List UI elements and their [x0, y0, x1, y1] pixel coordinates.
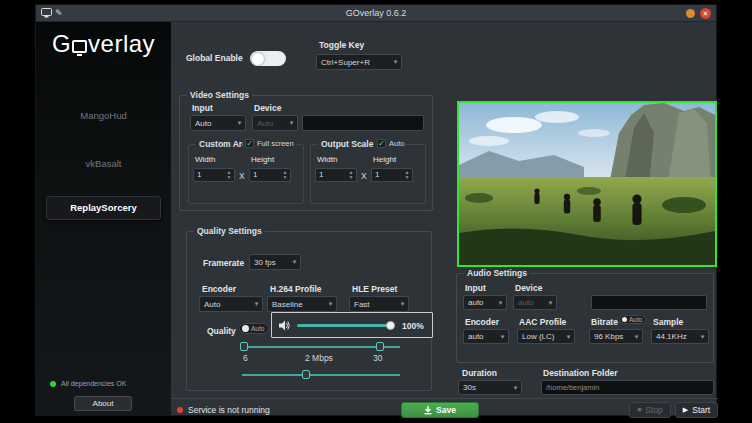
h264-profile-label: H.264 Profile [270, 284, 322, 294]
spinner-arrows: ▲▼ [402, 169, 412, 181]
video-input-select[interactable]: Auto ▾ [190, 115, 246, 131]
quality-auto-label: Auto [251, 325, 264, 332]
bitrate-slider[interactable] [242, 374, 400, 376]
save-button[interactable]: Save [401, 402, 479, 418]
audio-device-field[interactable] [591, 295, 707, 310]
check-icon: ✓ [245, 139, 254, 148]
sidebar-item-mangohud[interactable]: MangoHud [46, 105, 161, 127]
global-enable-toggle[interactable] [250, 51, 286, 66]
aac-profile-value: Low (LC) [518, 332, 563, 341]
section-quality-settings: Quality Settings Framerate 30 fps ▾ Enco… [186, 231, 432, 391]
spin-down-icon[interactable]: ▼ [227, 175, 232, 180]
destination-folder-field[interactable]: /home/benjamin [541, 380, 714, 395]
audio-bitrate-select[interactable]: 96 Kbps ▾ [589, 329, 643, 344]
spinner-arrows: ▲▼ [280, 169, 290, 181]
fullscreen-checkbox[interactable]: ✓ Full screen [243, 139, 296, 148]
audio-device-label: Device [515, 283, 542, 293]
close-button[interactable]: ✕ [700, 8, 711, 19]
dependencies-label: All dependencies OK [61, 380, 126, 387]
os-height-spinner[interactable]: 1 ▲▼ [371, 168, 413, 182]
aac-profile-label: AAC Profile [519, 317, 566, 327]
video-device-field[interactable] [302, 115, 424, 131]
titlebar-buttons: ✕ [686, 8, 711, 19]
os-width-label: Width [317, 155, 337, 164]
sample-label: Sample [653, 317, 683, 327]
about-button[interactable]: About [74, 396, 132, 411]
spin-down-icon[interactable]: ▼ [405, 175, 410, 180]
service-status: Service is not running [177, 405, 270, 415]
titlebar-icons: ✎ [41, 7, 63, 19]
quality-settings-title: Quality Settings [194, 226, 265, 236]
quality-label: Quality [207, 326, 236, 336]
volume-value: 100% [402, 321, 424, 331]
hle-preset-select[interactable]: Fast ▾ [349, 296, 409, 312]
chevron-down-icon: ▾ [495, 299, 506, 307]
volume-slider-knob[interactable] [386, 321, 395, 330]
app-icon [41, 8, 52, 18]
toggle-dot [622, 317, 627, 322]
output-scale-auto-checkbox[interactable]: ✓ Auto [375, 139, 406, 148]
start-button[interactable]: ▶ Start [675, 402, 718, 418]
game-preview-image [459, 103, 715, 265]
spin-down-icon[interactable]: ▼ [349, 175, 354, 180]
titlebar-orange-button[interactable] [686, 9, 695, 18]
bitrate-auto-label: Auto [629, 316, 642, 323]
audio-device-value: auto [514, 298, 545, 307]
play-icon: ▶ [683, 406, 688, 414]
pencil-icon: ✎ [55, 7, 63, 19]
volume-slider[interactable] [297, 324, 393, 327]
video-device-value: Auto [253, 119, 286, 128]
h264-profile-select[interactable]: Baseline ▾ [267, 296, 337, 312]
duration-value: 30s [459, 383, 510, 392]
crf-min-knob[interactable] [240, 342, 248, 351]
ca-width-spinner[interactable]: 1 ▲▼ [193, 168, 235, 182]
chevron-down-icon: ▾ [325, 300, 336, 308]
titlebar: ✎ GOverlay 0.6.2 ✕ [36, 5, 716, 22]
chevron-down-icon: ▾ [397, 300, 408, 308]
video-device-select[interactable]: Auto ▾ [252, 115, 298, 131]
bitrate-auto-toggle[interactable]: Auto [619, 315, 646, 324]
footer-divider [171, 398, 718, 399]
chevron-down-icon: ▾ [510, 384, 521, 392]
toggle-key-value: Ctrl+Super+R [317, 58, 390, 67]
os-height-value: 1 [372, 169, 402, 181]
quality-auto-toggle[interactable]: Auto [239, 323, 269, 334]
sidebar-item-vkbasalt[interactable]: vkBasalt [46, 153, 161, 175]
ca-width-label: Width [195, 155, 215, 164]
sidebar-item-replaysorcery[interactable]: ReplaySorcery [46, 196, 161, 220]
logo-text-rest: verlay [88, 30, 155, 57]
audio-input-label: Input [465, 283, 486, 293]
audio-device-select[interactable]: auto ▾ [513, 295, 557, 310]
toggle-knob [252, 53, 264, 65]
framerate-select[interactable]: 30 fps ▾ [249, 254, 301, 270]
encoder-select[interactable]: Auto ▾ [199, 296, 263, 312]
chevron-down-icon: ▾ [631, 333, 642, 341]
ca-height-spinner[interactable]: 1 ▲▼ [249, 168, 291, 182]
toggle-key-select[interactable]: Ctrl+Super+R ▾ [316, 54, 402, 70]
duration-select[interactable]: 30s ▾ [458, 380, 522, 395]
os-width-spinner[interactable]: 1 ▲▼ [315, 168, 357, 182]
spin-down-icon[interactable]: ▼ [283, 175, 288, 180]
stop-button[interactable]: ■ Stop [629, 402, 671, 418]
aac-profile-select[interactable]: Low (LC) ▾ [517, 329, 575, 344]
start-label: Start [692, 405, 710, 415]
output-scale-auto-label: Auto [389, 139, 404, 148]
audio-encoder-select[interactable]: auto ▾ [463, 329, 509, 344]
section-audio-settings: Audio Settings Input auto ▾ Device auto … [456, 273, 714, 363]
global-enable-label: Global Enable [186, 53, 243, 63]
chevron-down-icon: ▾ [234, 119, 245, 127]
sidebar: Gverlay MangoHud vkBasalt ReplaySorcery … [36, 22, 171, 416]
audio-input-select[interactable]: auto ▾ [463, 295, 507, 310]
sample-select[interactable]: 44.1KHz ▾ [651, 329, 709, 344]
chevron-down-icon: ▾ [251, 300, 262, 308]
encoder-label: Encoder [202, 284, 236, 294]
spinner-arrows: ▲▼ [346, 169, 356, 181]
bitrate-knob[interactable] [302, 370, 310, 379]
os-height-label: Height [373, 155, 396, 164]
bitrate-value-label: 2 Mbps [305, 353, 333, 363]
crf-range-slider[interactable] [242, 346, 400, 348]
crf-max-knob[interactable] [376, 342, 384, 351]
speaker-icon [278, 319, 291, 332]
logo-monitor-icon [72, 40, 87, 53]
toggle-key-label: Toggle Key [319, 40, 364, 50]
